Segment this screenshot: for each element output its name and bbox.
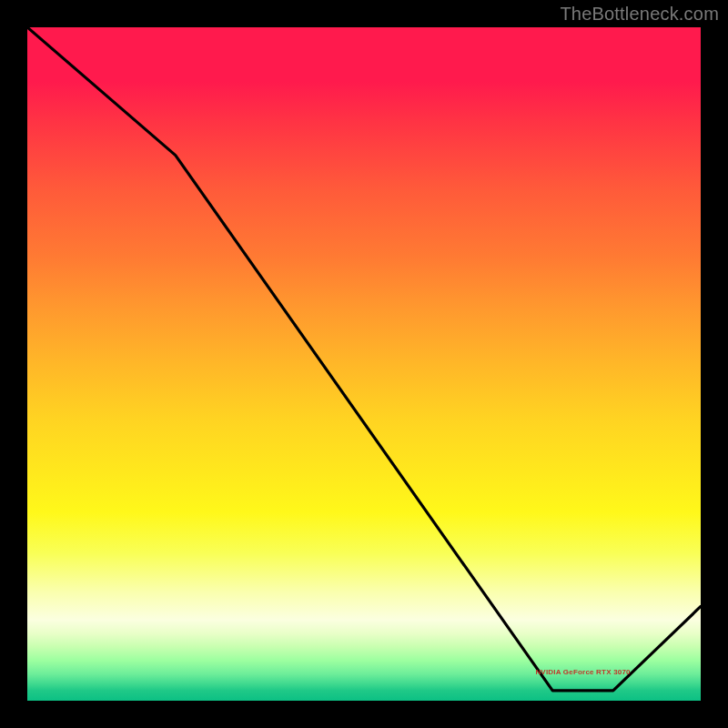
chart-frame: TheBottleneck.com NVIDIA GeForce RTX 307… xyxy=(0,0,728,728)
gpu-annotation-label: NVIDIA GeForce RTX 3070 xyxy=(535,668,630,676)
watermark-text: TheBottleneck.com xyxy=(560,4,719,25)
bottleneck-curve xyxy=(27,27,701,701)
plot-area: NVIDIA GeForce RTX 3070 xyxy=(27,27,701,701)
